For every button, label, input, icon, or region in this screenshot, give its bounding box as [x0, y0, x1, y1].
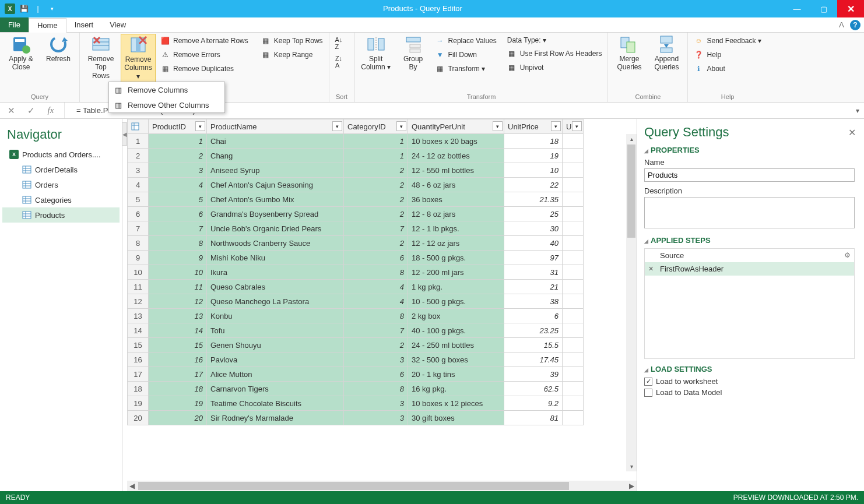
help-icon[interactable]: ?	[850, 20, 861, 30]
sort-desc-button[interactable]: Z↓A	[333, 54, 345, 70]
cell-productid[interactable]: 2	[149, 149, 207, 163]
cell-unitprice[interactable]: 97	[504, 251, 563, 265]
nav-item-products[interactable]: Products	[2, 207, 120, 223]
cell-unitprice[interactable]: 39	[504, 367, 563, 382]
cell-categoryid[interactable]: 7	[344, 323, 408, 338]
column-header-unitprice[interactable]: UnitPrice▾	[504, 119, 563, 134]
fx-expand-icon[interactable]: ▾	[856, 107, 859, 115]
cell-unit[interactable]	[563, 236, 584, 251]
cell-productid[interactable]: 10	[149, 265, 207, 280]
menu-remove-columns[interactable]: ▥Remove Columns	[109, 82, 224, 97]
cell-productname[interactable]: Tofu	[207, 323, 344, 338]
step-firstrowasheader[interactable]: ✕ FirstRowAsHeader	[645, 262, 854, 276]
cell-quantityperunit[interactable]: 18 - 500 g pkgs.	[408, 251, 504, 265]
cell-quantityperunit[interactable]: 12 - 550 ml bottles	[408, 163, 504, 178]
cell-productname[interactable]: Grandma's Boysenberry Spread	[207, 207, 344, 221]
filter-dropdown-icon[interactable]: ▾	[332, 121, 342, 131]
keep-top-rows-button[interactable]: ▦Keep Top Rows	[259, 35, 325, 47]
cell-productid[interactable]: 15	[149, 338, 207, 353]
gear-icon[interactable]: ⚙	[844, 251, 851, 259]
nav-root[interactable]: X Products and Orders....	[2, 147, 120, 162]
cell-quantityperunit[interactable]: 1 kg pkg.	[408, 280, 504, 294]
cell-quantityperunit[interactable]: 40 - 100 g pkgs.	[408, 323, 504, 338]
table-row[interactable]: 77Uncle Bob's Organic Dried Pears712 - 1…	[128, 221, 584, 236]
cell-productname[interactable]: Genen Shouyu	[207, 338, 344, 353]
row-number[interactable]: 12	[128, 294, 149, 309]
send-feedback-button[interactable]: ☺Send Feedback ▾	[691, 35, 763, 47]
scroll-left-icon[interactable]: ◀	[127, 482, 137, 490]
cell-unitprice[interactable]: 6	[504, 309, 563, 323]
transform-dropdown-button[interactable]: ▦Transform ▾	[433, 63, 499, 75]
cell-productname[interactable]: Chef Anton's Cajun Seasoning	[207, 178, 344, 192]
cell-productname[interactable]: Pavlova	[207, 353, 344, 367]
filter-dropdown-icon[interactable]: ▾	[195, 121, 205, 131]
row-number[interactable]: 6	[128, 207, 149, 221]
table-row[interactable]: 1919Teatime Chocolate Biscuits310 boxes …	[128, 396, 584, 411]
cell-categoryid[interactable]: 4	[344, 294, 408, 309]
app-icon[interactable]: X	[3, 2, 16, 15]
table-row[interactable]: 2020Sir Rodney's Marmalade330 gift boxes…	[128, 411, 584, 425]
close-query-settings-icon[interactable]: ✕	[848, 127, 856, 138]
load-settings-header[interactable]: LOAD SETTINGS	[644, 365, 855, 373]
row-number[interactable]: 7	[128, 221, 149, 236]
cell-categoryid[interactable]: 4	[344, 280, 408, 294]
column-header-categoryid[interactable]: CategoryID▾	[344, 119, 408, 134]
cell-productid[interactable]: 9	[149, 251, 207, 265]
cell-categoryid[interactable]: 3	[344, 411, 408, 425]
row-number[interactable]: 19	[128, 396, 149, 411]
row-number[interactable]: 16	[128, 353, 149, 367]
cell-unit[interactable]	[563, 192, 584, 207]
remove-columns-button[interactable]: Remove Columns ▾	[121, 34, 156, 82]
remove-errors-button[interactable]: ⚠Remove Errors	[158, 49, 251, 61]
tab-file[interactable]: File	[0, 17, 29, 32]
cell-categoryid[interactable]: 1	[344, 149, 408, 163]
scroll-thumb[interactable]	[627, 144, 635, 238]
cell-unit[interactable]	[563, 367, 584, 382]
row-number[interactable]: 8	[128, 236, 149, 251]
qat-dropdown-icon[interactable]: ▾	[45, 2, 58, 15]
cell-productname[interactable]: Chai	[207, 134, 344, 149]
table-row[interactable]: 1010Ikura812 - 200 ml jars31	[128, 265, 584, 280]
cell-productid[interactable]: 20	[149, 411, 207, 425]
refresh-button[interactable]: Refresh	[41, 34, 76, 64]
cell-categoryid[interactable]: 8	[344, 309, 408, 323]
table-row[interactable]: 11Chai110 boxes x 20 bags18	[128, 134, 584, 149]
cell-unitprice[interactable]: 81	[504, 411, 563, 425]
close-button[interactable]: ✕	[837, 0, 864, 17]
cell-quantityperunit[interactable]: 30 gift boxes	[408, 411, 504, 425]
cell-unitprice[interactable]: 30	[504, 221, 563, 236]
cell-categoryid[interactable]: 2	[344, 338, 408, 353]
fx-accept-icon[interactable]: ✓	[24, 105, 37, 116]
table-row[interactable]: 1818Carnarvon Tigers816 kg pkg.62.5	[128, 382, 584, 396]
remove-alternate-rows-button[interactable]: 🟥Remove Alternate Rows	[158, 35, 251, 47]
unpivot-button[interactable]: ▦Unpivot	[505, 62, 605, 73]
cell-productname[interactable]: Alice Mutton	[207, 367, 344, 382]
table-row[interactable]: 88Northwoods Cranberry Sauce212 - 12 oz …	[128, 236, 584, 251]
merge-queries-button[interactable]: Merge Queries	[612, 34, 647, 73]
cell-productid[interactable]: 16	[149, 353, 207, 367]
remove-top-rows-button[interactable]: Remove Top Rows	[83, 34, 118, 81]
cell-quantityperunit[interactable]: 12 - 12 oz jars	[408, 236, 504, 251]
cell-categoryid[interactable]: 3	[344, 396, 408, 411]
row-number[interactable]: 15	[128, 338, 149, 353]
cell-unitprice[interactable]: 9.2	[504, 396, 563, 411]
cell-productid[interactable]: 13	[149, 309, 207, 323]
properties-header[interactable]: PROPERTIES	[644, 146, 855, 154]
cell-unitprice[interactable]: 22	[504, 178, 563, 192]
column-header-productname[interactable]: ProductName▾	[207, 119, 344, 134]
cell-unit[interactable]	[563, 382, 584, 396]
table-row[interactable]: 99Mishi Kobe Niku618 - 500 g pkgs.97	[128, 251, 584, 265]
cell-unit[interactable]	[563, 280, 584, 294]
first-row-headers-button[interactable]: ▦Use First Row As Headers	[505, 48, 605, 59]
apply-close-button[interactable]: Apply & Close	[3, 34, 38, 73]
cell-unitprice[interactable]: 31	[504, 265, 563, 280]
tab-insert[interactable]: Insert	[66, 17, 102, 32]
cell-unit[interactable]	[563, 134, 584, 149]
cell-quantityperunit[interactable]: 36 boxes	[408, 192, 504, 207]
remove-duplicates-button[interactable]: ▦Remove Duplicates	[158, 63, 251, 75]
cell-quantityperunit[interactable]: 10 boxes x 12 pieces	[408, 396, 504, 411]
cell-quantityperunit[interactable]: 20 - 1 kg tins	[408, 367, 504, 382]
cell-productid[interactable]: 8	[149, 236, 207, 251]
cell-productid[interactable]: 12	[149, 294, 207, 309]
row-number[interactable]: 10	[128, 265, 149, 280]
